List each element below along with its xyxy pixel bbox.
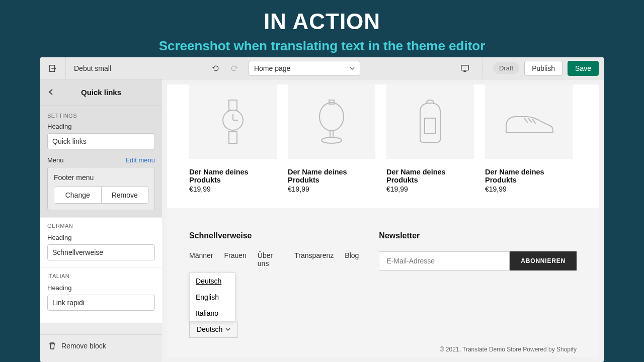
store-footer: Schnellverweise MännerFrauenÜber unsTran…	[167, 208, 599, 357]
footer-link[interactable]: Über uns	[258, 251, 283, 267]
language-option[interactable]: Italiano	[190, 305, 235, 321]
theme-editor: Debut small Home page Draft Publish Save…	[40, 57, 604, 362]
svg-rect-7	[330, 131, 333, 138]
svg-rect-10	[425, 118, 436, 133]
backpack-icon	[386, 84, 474, 159]
svg-line-13	[532, 119, 536, 124]
email-input[interactable]	[379, 251, 510, 270]
lamp-icon	[288, 84, 375, 159]
italian-label: ITALIAN	[47, 273, 155, 279]
back-icon[interactable]	[48, 88, 54, 97]
hero-title: IN ACTION	[0, 9, 644, 34]
product-name: Der Name deines Produkts	[288, 168, 375, 184]
subscribe-button[interactable]: ABONNIEREN	[510, 251, 577, 270]
heading-label: Heading	[47, 123, 71, 130]
language-option[interactable]: Deutsch	[190, 273, 235, 289]
theme-name: Debut small	[74, 64, 111, 72]
hero-subtitle: Screenshot when translating text in the …	[0, 38, 644, 54]
product-name: Der Name deines Produkts	[485, 168, 573, 184]
shoe-icon	[485, 84, 573, 159]
copyright: © 2021, Translate Demo Store Powered by …	[440, 346, 577, 353]
remove-block-button[interactable]: Remove block	[40, 334, 162, 357]
footer-link[interactable]: Blog	[345, 251, 359, 267]
save-button[interactable]: Save	[568, 61, 599, 76]
product-card[interactable]: Der Name deines Produkts €19,99	[485, 84, 573, 193]
product-price: €19,99	[485, 185, 573, 193]
product-card[interactable]: Der Name deines Produkts €19,99	[288, 84, 375, 193]
product-price: €19,99	[189, 185, 277, 193]
divider	[65, 57, 66, 79]
product-price: €19,99	[288, 185, 375, 193]
product-card[interactable]: Der Name deines Produkts €19,99	[189, 84, 277, 193]
svg-line-12	[528, 118, 532, 123]
footer-link[interactable]: Frauen	[224, 251, 246, 267]
language-selector[interactable]: Deutsch	[189, 321, 238, 338]
chevron-down-icon	[225, 327, 230, 332]
sidebar-title: Quick links	[81, 88, 121, 97]
preview-frame: Der Name deines Produkts €19,99 Der Name…	[167, 84, 599, 357]
trash-icon	[48, 342, 56, 350]
change-button[interactable]: Change	[54, 187, 102, 203]
quicklinks-heading: Schnellverweise	[189, 231, 359, 240]
sidebar: Quick links SETTINGS Heading Menu Edit m…	[40, 79, 162, 362]
svg-line-11	[524, 118, 528, 123]
publish-button[interactable]: Publish	[524, 61, 562, 76]
undo-icon[interactable]	[208, 61, 223, 76]
draft-chip: Draft	[493, 62, 519, 74]
svg-rect-3	[229, 131, 237, 143]
german-label: GERMAN	[47, 223, 155, 229]
german-heading-input[interactable]	[47, 244, 155, 260]
svg-rect-0	[461, 65, 468, 70]
topbar: Debut small Home page Draft Publish Save	[40, 57, 604, 79]
divider	[482, 57, 483, 79]
page-select-label: Home page	[254, 64, 290, 72]
chevron-down-icon	[350, 66, 355, 71]
menu-label: Menu	[47, 156, 64, 164]
product-name: Der Name deines Produkts	[189, 168, 277, 184]
footer-link[interactable]: Transparenz	[294, 251, 334, 267]
svg-point-6	[319, 103, 344, 131]
page-select[interactable]: Home page	[249, 61, 360, 76]
italian-heading-input[interactable]	[47, 295, 155, 311]
heading-input[interactable]	[47, 133, 155, 149]
svg-rect-1	[229, 100, 237, 110]
product-card[interactable]: Der Name deines Produkts €19,99	[386, 84, 474, 193]
remove-button[interactable]: Remove	[102, 187, 148, 203]
settings-label: SETTINGS	[40, 106, 162, 123]
redo-icon[interactable]	[226, 61, 242, 76]
product-name: Der Name deines Produkts	[386, 168, 474, 184]
menu-name: Footer menu	[54, 173, 148, 182]
product-price: €19,99	[386, 185, 474, 193]
desktop-icon[interactable]	[457, 61, 472, 76]
german-heading-label: Heading	[47, 234, 71, 241]
edit-menu-link[interactable]: Edit menu	[125, 156, 155, 164]
watch-icon	[189, 84, 277, 159]
italian-heading-label: Heading	[47, 284, 71, 292]
exit-icon[interactable]	[45, 61, 60, 76]
footer-link[interactable]: Männer	[189, 251, 213, 267]
newsletter-heading: Newsletter	[379, 231, 577, 240]
language-popup: DeutschEnglishItaliano	[189, 273, 235, 322]
language-option[interactable]: English	[190, 289, 235, 305]
